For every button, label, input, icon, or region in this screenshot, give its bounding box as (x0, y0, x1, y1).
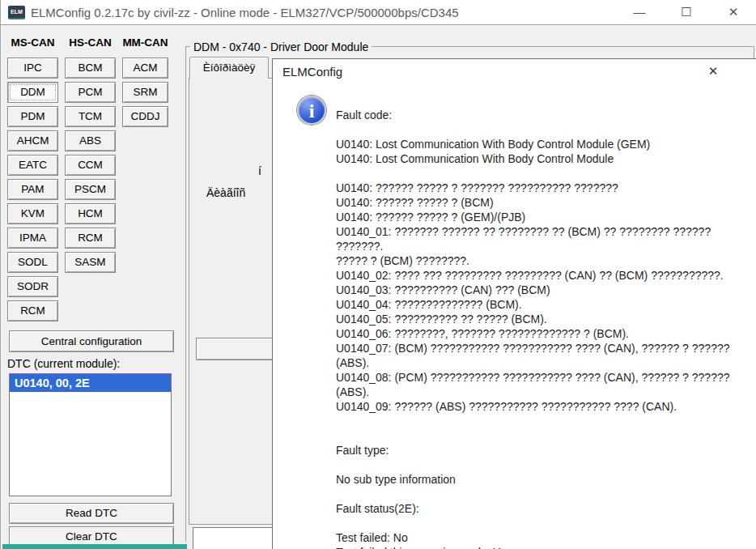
dtc-listbox[interactable]: U0140, 00, 2E (9, 373, 172, 496)
bus-column-header: MM-CAN (122, 36, 168, 52)
dtc-list-item[interactable]: U0140, 00, 2E (10, 374, 171, 392)
progress-bar (2, 544, 187, 549)
module-button-ccm[interactable]: CCM (65, 155, 116, 176)
module-button-cddj[interactable]: CDDJ (122, 106, 168, 127)
module-button-pdm[interactable]: PDM (7, 106, 58, 127)
module-button-rcm[interactable]: RCM (7, 300, 58, 321)
clipped-panel-button[interactable] (196, 338, 272, 360)
module-button-abs[interactable]: ABS (65, 130, 116, 151)
read-dtc-button[interactable]: Read DTC (9, 503, 174, 524)
window-title: ELMConfig 0.2.17c by civil-zz - Online m… (31, 0, 459, 25)
elmconfig-window: ELM ELMConfig 0.2.17c by civil-zz - Onli… (0, 0, 756, 549)
module-button-pcm[interactable]: PCM (65, 82, 116, 103)
module-button-acm[interactable]: ACM (122, 57, 168, 79)
module-button-srm[interactable]: SRM (122, 82, 168, 103)
module-button-ipc[interactable]: IPC (7, 57, 58, 79)
module-button-bcm[interactable]: BCM (65, 57, 116, 79)
group-box-left-line (185, 46, 186, 542)
clipped-label-fragment-1: í (258, 164, 261, 177)
module-button-tcm[interactable]: TCM (65, 106, 116, 127)
bus-column-mm-can: MM-CANACMSRMCDDJ (122, 36, 168, 325)
module-button-rcm[interactable]: RCM (65, 228, 116, 249)
module-button-ahcm[interactable]: AHCM (7, 130, 58, 151)
title-bar: ELM ELMConfig 0.2.17c by civil-zz - Onli… (1, 0, 756, 25)
info-icon: i (297, 96, 326, 125)
module-button-sodl[interactable]: SODL (7, 252, 58, 273)
module-button-ddm[interactable]: DDM (7, 82, 58, 103)
module-group-title: DDM - 0x740 - Driver Door Module (190, 40, 372, 53)
module-button-kvm[interactable]: KVM (7, 203, 58, 224)
module-button-pam[interactable]: PAM (7, 179, 58, 200)
close-button[interactable]: ✕ (710, 0, 756, 25)
bus-column-hs-can: HS-CANBCMPCMTCMABSCCMPSCMHCMRCMSASM (65, 36, 116, 325)
minimize-button[interactable]: — (616, 0, 663, 25)
module-button-columns: MS-CANIPCDDMPDMAHCMEATCPAMKVMIPMASODLSOD… (7, 36, 168, 325)
module-button-ipma[interactable]: IPMA (7, 228, 58, 249)
module-button-hcm[interactable]: HCM (65, 203, 116, 224)
bus-column-header: HS-CAN (65, 36, 116, 52)
central-configuration-button[interactable]: Central configuration (9, 330, 174, 352)
tab-information[interactable]: Èíôîðìàöèÿ (189, 57, 269, 79)
clipped-label-fragment-2: Äèàãíîñ (206, 186, 245, 199)
app-icon: ELM (8, 6, 25, 19)
module-button-eatc[interactable]: EATC (7, 155, 58, 176)
bus-column-ms-can: MS-CANIPCDDMPDMAHCMEATCPAMKVMIPMASODLSOD… (7, 36, 58, 325)
module-info-panel: í Äèàãíîñ (189, 78, 272, 525)
group-box-right-line (754, 46, 754, 58)
dialog-title: ELMConfig (282, 65, 342, 79)
module-button-pscm[interactable]: PSCM (65, 179, 116, 200)
dtc-list-label: DTC (current module): (7, 357, 120, 370)
module-button-sasm[interactable]: SASM (65, 252, 116, 273)
maximize-button[interactable]: ☐ (663, 0, 710, 25)
bus-column-header: MS-CAN (7, 36, 58, 52)
fault-code-text: Fault code: U0140: Lost Communication Wi… (336, 108, 753, 549)
fault-code-dialog: ELMConfig ✕ i Fault code: U0140: Lost Co… (272, 58, 756, 549)
dialog-close-button[interactable]: ✕ (694, 59, 732, 83)
module-button-sodr[interactable]: SODR (7, 276, 58, 297)
clipped-text-field[interactable] (193, 527, 272, 549)
info-icon-glyph: i (299, 100, 325, 122)
